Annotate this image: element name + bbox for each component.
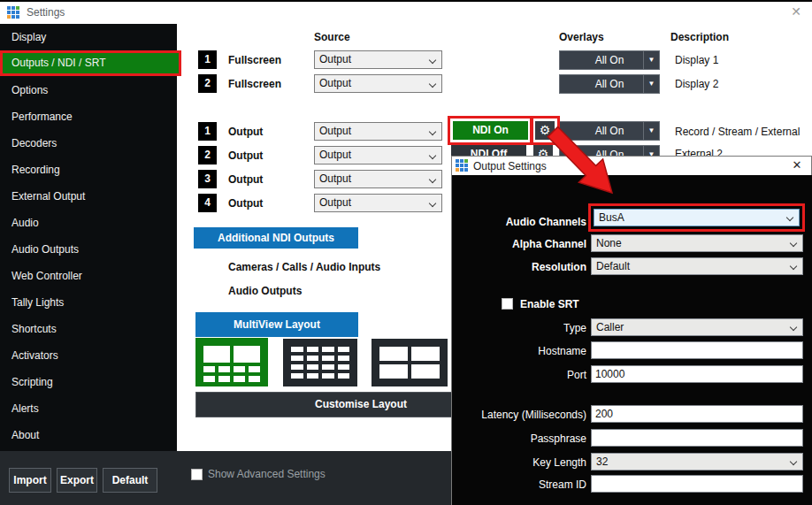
fullscreen-1-badge: 1 — [198, 50, 217, 69]
type-label: Type — [452, 322, 586, 334]
multiview-layout-thumbnail-grid[interactable] — [283, 339, 357, 386]
hostname-input[interactable] — [591, 341, 803, 359]
enable-srt-label: Enable SRT — [520, 298, 579, 310]
description-header: Description — [670, 31, 729, 43]
latency-label: Latency (Milliseconds) — [452, 409, 586, 421]
show-advanced-settings-checkbox[interactable] — [191, 469, 203, 480]
sidebar-item-recording[interactable]: Recording — [0, 157, 177, 183]
resolution-label: Resolution — [452, 261, 586, 273]
audio-channels-label: Audio Channels — [452, 216, 586, 228]
output-settings-dialog: Output Settings ✕ Audio Channels BusA Al… — [451, 156, 812, 505]
audio-channels-dropdown[interactable]: BusA — [594, 209, 800, 226]
overlays-header: Overlays — [559, 31, 604, 43]
sidebar-item-options[interactable]: Options — [0, 77, 177, 103]
output-3-source-value: Output — [319, 172, 351, 185]
key-length-dropdown[interactable]: 32 — [591, 453, 803, 471]
sidebar-item-performance[interactable]: Performance — [0, 103, 177, 130]
fullscreen-1-overlays-value: All On — [595, 54, 624, 66]
chevron-down-icon — [429, 152, 436, 159]
output-4-label: Output — [228, 197, 263, 210]
fullscreen-1-description: Display 1 — [675, 54, 718, 66]
chevron-down-icon — [790, 458, 797, 465]
sidebar-item-decoders[interactable]: Decoders — [0, 130, 177, 157]
output-1-badge: 1 — [198, 122, 217, 141]
sidebar-item-about[interactable]: About — [0, 422, 177, 448]
default-button[interactable]: Default — [103, 468, 157, 493]
chevron-down-icon — [429, 176, 436, 183]
sidebar-item-outputs-ndi-srt[interactable]: Outputs / NDI / SRT — [0, 50, 181, 76]
multiview-layout-thumbnail-selected[interactable] — [195, 338, 268, 386]
latency-input[interactable] — [591, 405, 803, 423]
output-1-label: Output — [228, 126, 263, 138]
dialog-body: Audio Channels BusA Alpha Channel None R… — [451, 175, 812, 505]
audio-channels-highlight-box: BusA — [588, 203, 805, 232]
output-4-badge: 4 — [198, 194, 217, 212]
output-1-source-dropdown[interactable]: Output — [314, 122, 442, 141]
fullscreen-1-source-dropdown[interactable]: Output — [314, 50, 442, 69]
gear-highlight-box: ⚙ — [530, 116, 560, 145]
type-dropdown[interactable]: Caller — [591, 318, 803, 336]
fullscreen-1-overlays-dropdown[interactable]: All On ▼ — [559, 50, 660, 70]
output-4-source-dropdown[interactable]: Output — [314, 194, 442, 212]
vmix-logo-icon — [7, 6, 21, 20]
type-value: Caller — [596, 321, 624, 333]
chevron-down-icon — [429, 57, 436, 64]
output-1-gear-icon[interactable]: ⚙ — [535, 121, 555, 140]
sidebar-item-alerts[interactable]: Alerts — [0, 395, 177, 422]
chevron-down-icon — [790, 263, 797, 270]
chevron-down-icon — [786, 214, 793, 221]
sidebar-item-display[interactable]: Display — [0, 24, 177, 50]
title-bar: Settings ✕ — [0, 2, 812, 24]
sidebar-item-activators[interactable]: Activators — [0, 342, 177, 369]
dropdown-arrow-icon: ▼ — [643, 51, 659, 69]
chevron-down-icon — [790, 240, 797, 247]
fullscreen-2-overlays-dropdown[interactable]: All On ▼ — [559, 74, 660, 94]
output-3-label: Output — [228, 173, 263, 186]
hostname-label: Hostname — [452, 345, 586, 357]
output-1-description: Record / Stream / External — [675, 126, 800, 138]
output-1-overlays-dropdown[interactable]: All On ▼ — [559, 121, 660, 141]
output-2-source-dropdown[interactable]: Output — [314, 146, 442, 165]
fullscreen-1-label: Fullscreen — [228, 54, 281, 66]
dialog-close-icon[interactable]: ✕ — [790, 158, 804, 172]
sidebar-item-external-output[interactable]: External Output — [0, 183, 177, 210]
output-3-source-dropdown[interactable]: Output — [314, 170, 442, 188]
chevron-down-icon — [790, 324, 797, 331]
passphrase-label: Passphrase — [452, 432, 586, 445]
settings-window: Settings ✕ Display Outputs / NDI / SRT O… — [0, 0, 812, 505]
sidebar-item-shortcuts[interactable]: Shortcuts — [0, 316, 177, 342]
window-title: Settings — [27, 6, 65, 19]
source-header: Source — [314, 31, 350, 43]
dialog-title: Output Settings — [473, 160, 547, 172]
multiview-layout-button[interactable]: MultiView Layout — [195, 312, 358, 337]
alpha-channel-label: Alpha Channel — [452, 238, 586, 250]
port-input[interactable] — [591, 365, 803, 383]
output-3-badge: 3 — [198, 170, 217, 188]
sidebar-item-web-controller[interactable]: Web Controller — [0, 263, 177, 289]
additional-ndi-outputs-button[interactable]: Additional NDI Outputs — [194, 227, 358, 249]
stream-id-label: Stream ID — [452, 478, 586, 491]
sidebar-item-audio-outputs[interactable]: Audio Outputs — [0, 236, 177, 263]
fullscreen-2-description: Display 2 — [675, 78, 718, 90]
export-button[interactable]: Export — [57, 468, 97, 493]
import-button[interactable]: Import — [9, 468, 51, 493]
show-advanced-settings-label: Show Advanced Settings — [208, 468, 326, 480]
ndi-on-button[interactable]: NDI On — [453, 121, 528, 140]
sidebar-item-tally-lights[interactable]: Tally Lights — [0, 289, 177, 316]
sidebar-item-scripting[interactable]: Scripting — [0, 369, 177, 395]
sidebar-item-audio[interactable]: Audio — [0, 210, 177, 236]
fullscreen-2-source-dropdown[interactable]: Output — [314, 74, 442, 93]
cameras-calls-audio-inputs-label: Cameras / Calls / Audio Inputs — [228, 261, 380, 273]
enable-srt-checkbox[interactable] — [502, 298, 513, 310]
output-2-label: Output — [228, 149, 263, 162]
alpha-channel-dropdown[interactable]: None — [591, 234, 803, 252]
multiview-layout-thumbnail-quad[interactable] — [372, 339, 448, 386]
dropdown-arrow-icon: ▼ — [643, 75, 659, 93]
dialog-title-bar: Output Settings ✕ — [451, 156, 812, 175]
dropdown-arrow-icon: ▼ — [643, 122, 659, 140]
passphrase-input[interactable] — [591, 429, 803, 447]
close-icon[interactable]: ✕ — [788, 4, 804, 19]
stream-id-input[interactable] — [591, 475, 803, 493]
chevron-down-icon — [429, 200, 436, 207]
resolution-dropdown[interactable]: Default — [591, 257, 803, 275]
